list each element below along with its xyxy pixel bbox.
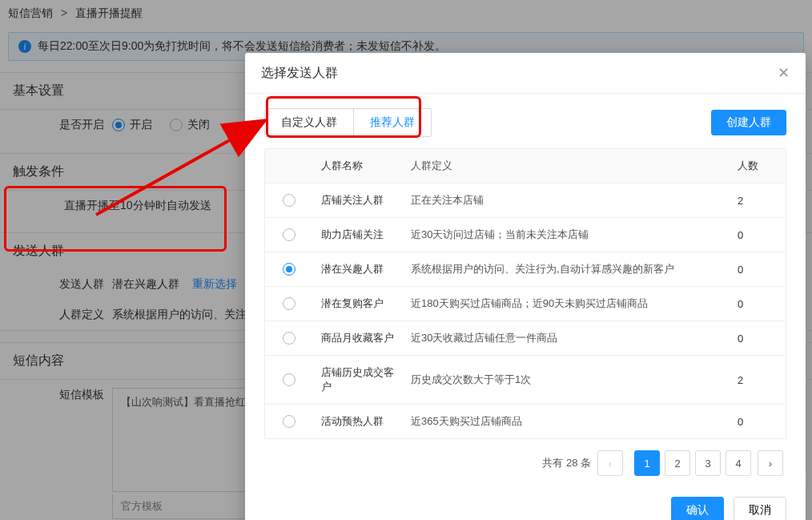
row-def: 近365天购买过店铺商品: [403, 405, 730, 438]
row-count: 0: [730, 323, 786, 354]
pager-total: 共有 28 条: [542, 456, 591, 470]
audience-table: 人群名称 人群定义 人数 店铺关注人群正在关注本店铺2助力店铺关注近30天访问过…: [264, 148, 786, 439]
pager-page[interactable]: 4: [726, 450, 751, 476]
row-name: 商品月收藏客户: [313, 321, 403, 355]
th-def: 人群定义: [403, 149, 730, 183]
table-row[interactable]: 商品月收藏客户近30天收藏过店铺任意一件商品0: [265, 321, 786, 356]
row-def: 近180天购买过店铺商品；近90天未购买过店铺商品: [403, 287, 730, 320]
pager-page[interactable]: 2: [665, 450, 690, 476]
row-radio[interactable]: [283, 373, 295, 386]
table-row[interactable]: 潜在兴趣人群系统根据用户的访问、关注行为,自动计算感兴趣的新客户0: [265, 252, 786, 287]
row-name: 店铺关注人群: [313, 183, 403, 217]
row-def: 系统根据用户的访问、关注行为,自动计算感兴趣的新客户: [403, 252, 730, 286]
table-row[interactable]: 助力店铺关注近30天访问过店铺；当前未关注本店铺0: [265, 218, 786, 252]
row-count: 0: [730, 254, 786, 285]
row-radio[interactable]: [283, 415, 295, 428]
pagination: 共有 28 条 ‹ 1234 ›: [264, 439, 786, 479]
pager-next[interactable]: ›: [758, 450, 783, 476]
row-def: 近30天收藏过店铺任意一件商品: [403, 321, 730, 355]
row-count: 0: [730, 406, 786, 437]
pager-page[interactable]: 1: [634, 450, 660, 476]
create-audience-button[interactable]: 创建人群: [711, 110, 786, 135]
row-count: 2: [730, 365, 786, 396]
row-count: 0: [730, 220, 786, 251]
row-name: 潜在兴趣人群: [313, 252, 403, 286]
dialog-cancel-button[interactable]: 取消: [734, 497, 786, 520]
th-name: 人群名称: [313, 149, 403, 183]
row-def: 正在关注本店铺: [403, 183, 730, 217]
row-count: 2: [730, 185, 786, 216]
row-radio[interactable]: [283, 263, 295, 276]
dialog-title: 选择发送人群: [261, 65, 338, 82]
table-header: 人群名称 人群定义 人数: [265, 149, 786, 183]
row-radio[interactable]: [283, 228, 295, 241]
row-radio[interactable]: [283, 332, 295, 345]
table-row[interactable]: 活动预热人群近365天购买过店铺商品0: [265, 405, 786, 438]
pager-prev[interactable]: ‹: [597, 450, 623, 476]
row-def: 近30天访问过店铺；当前未关注本店铺: [403, 218, 730, 252]
row-radio[interactable]: [283, 194, 295, 207]
table-row[interactable]: 潜在复购客户近180天购买过店铺商品；近90天未购买过店铺商品0: [265, 287, 786, 321]
pager-page[interactable]: 3: [695, 450, 721, 476]
row-name: 潜在复购客户: [313, 287, 403, 320]
row-def: 历史成交次数大于等于1次: [403, 363, 730, 397]
highlight-box-audience: [4, 186, 227, 252]
row-count: 0: [730, 288, 786, 320]
row-name: 活动预热人群: [313, 405, 403, 438]
row-name: 助力店铺关注: [313, 218, 403, 252]
th-count: 人数: [730, 149, 786, 183]
table-row[interactable]: 店铺历史成交客户历史成交次数大于等于1次2: [265, 356, 786, 405]
table-row[interactable]: 店铺关注人群正在关注本店铺2: [265, 183, 786, 218]
dialog-ok-button[interactable]: 确认: [671, 497, 724, 520]
highlight-box-tabs: [266, 96, 421, 138]
row-radio[interactable]: [283, 297, 295, 310]
row-name: 店铺历史成交客户: [313, 356, 403, 404]
close-icon[interactable]: ✕: [778, 64, 790, 82]
